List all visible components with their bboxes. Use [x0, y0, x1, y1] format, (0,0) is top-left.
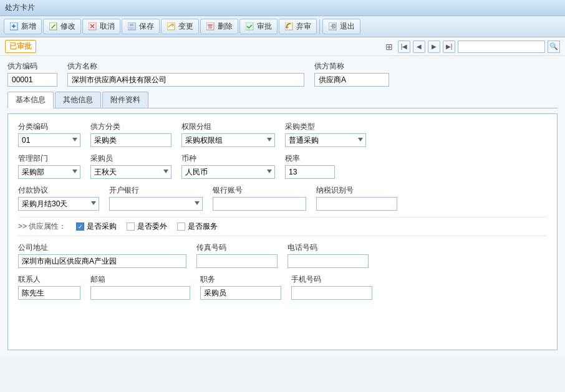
search-button[interactable]: 🔍 — [548, 41, 560, 53]
exit-label: 退出 — [340, 21, 355, 32]
form-row-4: 公司地址 传真号码 电话号码 — [18, 242, 547, 268]
permission-group-field: 权限分组 采购权限组 — [181, 122, 275, 147]
email-input[interactable] — [90, 286, 190, 300]
tax-rate-field: 税率 — [285, 153, 335, 179]
audit-button[interactable]: 审批 — [239, 19, 278, 34]
payment-select[interactable]: 采购月结30天 — [18, 197, 99, 211]
audit-icon — [245, 22, 255, 32]
buyer-select[interactable]: 王秋天 — [90, 165, 171, 179]
nav-first-button[interactable]: |◀ — [398, 41, 410, 53]
cancel-button[interactable]: 取消 — [82, 19, 120, 34]
attr-service-checkbox[interactable] — [177, 222, 185, 231]
edit-label: 修改 — [60, 21, 75, 32]
bank-account-label: 银行账号 — [213, 185, 306, 196]
attr-service-label: 是否服务 — [188, 221, 218, 232]
mobile-field: 手机号码 — [291, 274, 372, 300]
attr-outsource-item[interactable]: 是否委外 — [127, 221, 167, 232]
svg-rect-5 — [129, 27, 134, 29]
supplier-abbr-input[interactable] — [314, 73, 389, 87]
supplier-code-input[interactable] — [7, 73, 57, 87]
supplier-category-field: 供方分类 — [90, 122, 171, 147]
attr-purchase-item[interactable]: 是否采购 — [76, 221, 117, 232]
bank-select[interactable] — [109, 197, 203, 211]
dept-field: 管理部门 采购部 — [18, 153, 80, 179]
svg-rect-9 — [208, 24, 213, 26]
edit-icon — [49, 22, 59, 32]
delete-label: 删除 — [218, 21, 233, 32]
purchase-type-select[interactable]: 普通采购 — [285, 133, 366, 147]
phone-input[interactable] — [287, 254, 369, 268]
add-button[interactable]: 新增 — [4, 19, 42, 34]
add-icon — [9, 22, 19, 32]
attr-purchase-checkbox[interactable] — [76, 222, 84, 231]
phone-label: 电话号码 — [287, 242, 369, 253]
fax-input[interactable] — [196, 254, 278, 268]
buyer-field: 采购员 王秋天 — [90, 153, 171, 179]
tax-id-field: 纳税识别号 — [316, 185, 397, 211]
tabs-bar: 基本信息 其他信息 附件资料 — [7, 92, 558, 108]
change-label: 变更 — [178, 21, 193, 32]
toolbar-separator — [319, 19, 320, 34]
supplier-name-input[interactable] — [67, 73, 304, 87]
attr-outsource-checkbox[interactable] — [127, 222, 135, 231]
supplier-category-label: 供方分类 — [90, 122, 171, 132]
mobile-input[interactable] — [291, 286, 372, 300]
tab-attachment[interactable]: 附件资料 — [102, 92, 148, 108]
dept-select[interactable]: 采购部 — [18, 165, 80, 179]
exit-icon — [328, 22, 338, 32]
supplier-code-group: 供方编码 — [7, 61, 57, 87]
form-row-5: 联系人 邮箱 职务 手机号码 — [18, 274, 547, 300]
form-row-3: 付款协议 采购月结30天 开户银行 银行账号 纳税识别号 — [18, 185, 547, 211]
currency-select[interactable]: 人民币 — [181, 165, 275, 179]
abandon-button[interactable]: 弃审 — [279, 19, 317, 34]
search-icon: 🔍 — [549, 42, 558, 50]
tax-rate-label: 税率 — [285, 153, 335, 164]
delete-button[interactable]: 删除 — [200, 19, 238, 34]
supplier-category-input[interactable] — [90, 133, 171, 147]
contact-label: 联系人 — [18, 274, 80, 285]
category-code-label: 分类编码 — [18, 122, 80, 132]
edit-button[interactable]: 修改 — [43, 19, 81, 34]
tab-basic[interactable]: 基本信息 — [7, 92, 54, 108]
nav-next-button[interactable]: ▶ — [428, 41, 440, 53]
bank-account-input[interactable] — [213, 197, 306, 211]
delete-icon — [206, 22, 216, 32]
save-button[interactable]: 保存 — [122, 19, 160, 34]
supplier-abbr-label: 供方简称 — [314, 61, 389, 72]
position-field: 职务 — [200, 274, 281, 300]
purchase-type-label: 采购类型 — [285, 122, 366, 132]
exit-button[interactable]: 退出 — [322, 19, 360, 34]
permission-group-select[interactable]: 采购权限组 — [181, 133, 275, 147]
nav-prev-button[interactable]: ◀ — [413, 41, 425, 53]
nav-last-button[interactable]: ▶| — [443, 41, 455, 53]
fax-label: 传真号码 — [196, 242, 278, 253]
category-code-field: 分类编码 01 — [18, 122, 80, 147]
supplier-name-group: 供方名称 — [67, 61, 304, 87]
contact-input[interactable] — [18, 286, 80, 300]
tax-id-input[interactable] — [316, 197, 397, 211]
svg-rect-10 — [246, 22, 253, 30]
email-field: 邮箱 — [90, 274, 190, 300]
supplier-name-label: 供方名称 — [67, 61, 304, 72]
tab-panel-basic: 分类编码 01 供方分类 权限分组 采购权限组 采购类型 普通采购 — [7, 113, 558, 350]
category-code-select[interactable]: 01 — [18, 133, 80, 147]
header-fields: 供方编码 供方名称 供方简称 — [7, 61, 558, 87]
title-text: 处方卡片 — [5, 3, 35, 12]
search-input[interactable] — [458, 41, 545, 53]
cancel-label: 取消 — [100, 21, 115, 32]
change-button[interactable]: 变更 — [161, 19, 199, 34]
svg-rect-8 — [208, 26, 212, 29]
purchase-type-field: 采购类型 普通采购 — [285, 122, 366, 147]
svg-rect-4 — [130, 24, 133, 26]
company-addr-input[interactable] — [18, 254, 186, 268]
attr-service-item[interactable]: 是否服务 — [177, 221, 218, 232]
currency-label: 币种 — [181, 153, 275, 164]
tax-rate-input[interactable] — [285, 165, 335, 179]
audit-label: 审批 — [257, 21, 272, 32]
tab-other[interactable]: 其他信息 — [55, 92, 101, 108]
supplier-abbr-group: 供方简称 — [314, 61, 389, 87]
mobile-label: 手机号码 — [291, 274, 372, 285]
payment-label: 付款协议 — [18, 185, 99, 196]
grid-icon: ⊞ — [385, 42, 393, 52]
position-input[interactable] — [200, 286, 281, 300]
